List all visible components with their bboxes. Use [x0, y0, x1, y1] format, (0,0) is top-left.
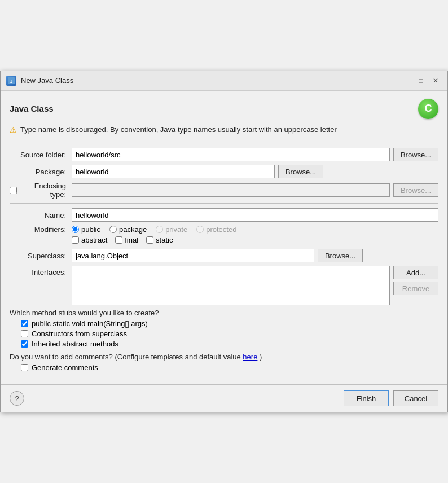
new-java-class-dialog: J New Java Class — □ ✕ Java Class C ⚠ Ty… — [0, 71, 448, 412]
package-label: Package: — [10, 168, 72, 176]
superclass-field: Browse... — [72, 249, 438, 262]
enclosing-type-browse-button[interactable]: Browse... — [393, 183, 438, 197]
enclosing-type-checkbox[interactable] — [10, 187, 17, 194]
superclass-input[interactable] — [72, 249, 314, 262]
modifier-private-radio[interactable] — [156, 226, 163, 233]
modifier-abstract-checkbox[interactable] — [72, 236, 79, 244]
modifier-private[interactable]: private — [156, 225, 187, 234]
enclosing-type-field: Browse... — [72, 183, 438, 197]
enclosing-type-input[interactable] — [72, 183, 390, 197]
cancel-button[interactable]: Cancel — [393, 390, 438, 406]
section-header: Java Class C — [10, 99, 438, 119]
modifier-public-radio[interactable] — [72, 226, 79, 233]
name-row: Name: — [10, 208, 438, 222]
source-folder-input[interactable] — [72, 148, 390, 161]
comments-section: Do you want to add comments? (Configure … — [10, 353, 438, 372]
title-bar: J New Java Class — □ ✕ — [1, 71, 447, 91]
superclass-label: Superclass: — [10, 252, 72, 260]
stub-inherited[interactable]: Inherited abstract methods — [21, 340, 438, 348]
divider-2 — [10, 203, 438, 204]
name-input[interactable] — [72, 208, 438, 222]
warning-icon: ⚠ — [10, 125, 17, 134]
dialog-content: Java Class C ⚠ Type name is discouraged.… — [1, 91, 447, 384]
stub-inherited-checkbox[interactable] — [21, 340, 28, 348]
source-folder-row: Source folder: Browse... — [10, 148, 438, 161]
package-input[interactable] — [72, 165, 275, 178]
help-button[interactable]: ? — [10, 391, 24, 406]
source-folder-field: Browse... — [72, 148, 438, 161]
modifier-final-checkbox[interactable] — [115, 236, 122, 244]
dialog-footer: ? Finish Cancel — [1, 384, 447, 412]
dialog-title: New Java Class — [21, 76, 73, 85]
method-stubs-section: Which method stubs would you like to cre… — [10, 309, 438, 348]
title-bar-left: J New Java Class — [6, 76, 73, 86]
modifier-package-radio[interactable] — [109, 226, 117, 233]
interfaces-row: Interfaces: Add... Remove — [10, 266, 438, 305]
maximize-button[interactable]: □ — [415, 74, 427, 87]
stubs-question: Which method stubs would you like to cre… — [10, 309, 438, 317]
generate-comments-checkbox[interactable] — [21, 364, 28, 371]
source-folder-label: Source folder: — [10, 151, 72, 159]
generate-comments-label: Generate comments — [32, 363, 98, 372]
warning-box: ⚠ Type name is discouraged. By conventio… — [10, 122, 438, 137]
interfaces-buttons: Add... Remove — [393, 266, 438, 295]
warning-text: Type name is discouraged. By convention,… — [20, 125, 337, 135]
package-browse-button[interactable]: Browse... — [278, 165, 323, 178]
stub-main-checkbox[interactable] — [21, 320, 28, 327]
superclass-browse-button[interactable]: Browse... — [318, 249, 363, 262]
comments-here-link[interactable]: here — [243, 353, 257, 361]
interfaces-textarea[interactable] — [72, 266, 390, 305]
dialog-icon: J — [6, 76, 16, 86]
enclosing-type-row: Enclosing type: Browse... — [10, 182, 438, 199]
modifiers-label: Modifiers: — [10, 225, 72, 234]
source-folder-browse-button[interactable]: Browse... — [393, 148, 438, 161]
stub-constructors-checkbox[interactable] — [21, 330, 28, 337]
package-row: Package: Browse... — [10, 165, 438, 178]
java-logo-icon: C — [418, 99, 438, 119]
modifier-checkboxes: abstract final static — [72, 236, 438, 244]
modifier-public[interactable]: public — [72, 225, 100, 234]
modifier-protected-radio[interactable] — [196, 226, 204, 233]
superclass-row: Superclass: Browse... — [10, 249, 438, 262]
title-bar-controls: — □ ✕ — [400, 74, 442, 87]
stub-constructors[interactable]: Constructors from superclass — [21, 330, 438, 338]
finish-button[interactable]: Finish — [344, 390, 389, 406]
package-field: Browse... — [72, 165, 438, 178]
modifier-static-checkbox[interactable] — [146, 236, 153, 244]
modifier-protected[interactable]: protected — [196, 225, 236, 234]
modifier-abstract[interactable]: abstract — [72, 236, 107, 244]
enclosing-type-label: Enclosing type: — [10, 182, 72, 199]
name-label: Name: — [10, 211, 72, 219]
modifier-static[interactable]: static — [146, 236, 173, 244]
modifier-package[interactable]: package — [109, 225, 147, 234]
stub-main-method[interactable]: public static void main(String[] args) — [21, 319, 438, 328]
add-interface-button[interactable]: Add... — [393, 266, 438, 279]
stubs-options: public static void main(String[] args) C… — [21, 319, 438, 348]
svg-text:J: J — [10, 78, 12, 84]
comments-question: Do you want to add comments? (Configure … — [10, 353, 438, 361]
modifier-final[interactable]: final — [115, 236, 138, 244]
name-field — [72, 208, 438, 222]
generate-comments-option[interactable]: Generate comments — [21, 363, 438, 372]
modifiers-row: Modifiers: public package private protec… — [10, 225, 438, 234]
bottom-buttons: Finish Cancel — [344, 390, 438, 406]
modifiers-radio-group: public package private protected — [72, 225, 236, 234]
close-button[interactable]: ✕ — [429, 74, 442, 87]
remove-interface-button[interactable]: Remove — [393, 282, 438, 295]
section-title: Java Class — [10, 104, 54, 113]
interfaces-label: Interfaces: — [10, 266, 72, 276]
minimize-button[interactable]: — — [400, 74, 412, 87]
divider-1 — [10, 143, 438, 143]
